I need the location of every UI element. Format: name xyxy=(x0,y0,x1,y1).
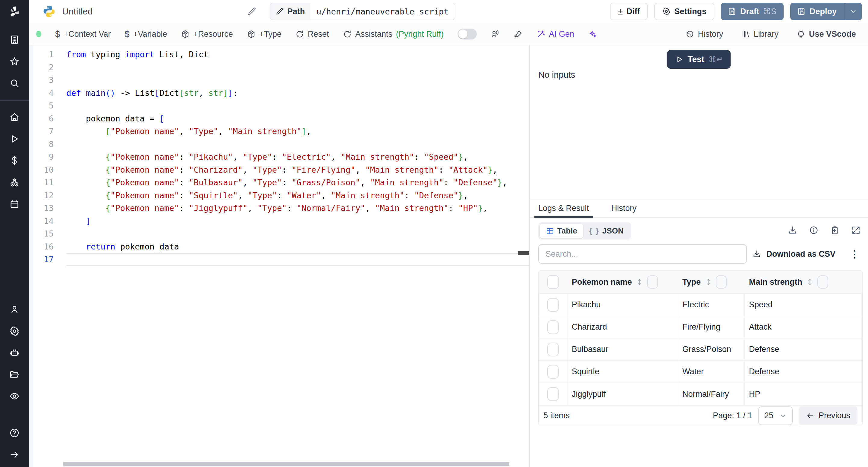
path-editor[interactable]: Path u/henri/maneuverable_script xyxy=(270,3,455,20)
diff-button[interactable]: ± Diff xyxy=(610,3,648,20)
line-number: 14 xyxy=(33,215,54,228)
table-row[interactable]: JigglypuffNormal/FairyHP xyxy=(538,383,862,405)
sort-icon[interactable] xyxy=(807,277,813,287)
resources-boxes-icon[interactable] xyxy=(9,177,20,187)
paintbrush-icon[interactable] xyxy=(514,30,523,38)
table-row[interactable]: PikachuElectricSpeed xyxy=(538,294,862,316)
multiplayer-toggle[interactable] xyxy=(458,29,477,39)
sort-icon[interactable] xyxy=(705,277,712,287)
draft-button[interactable]: Draft ⌘S xyxy=(721,3,784,20)
deploy-dropdown-button[interactable] xyxy=(844,3,862,20)
view-table-option[interactable]: Table xyxy=(540,224,583,238)
more-options-kebab-icon[interactable]: ⋮ xyxy=(849,249,860,259)
column-header-main-strength[interactable]: Main strength xyxy=(749,278,802,287)
code-lines[interactable]: from typing import List, Dictdef main() … xyxy=(62,48,529,467)
add-context-var-button[interactable]: $ +Context Var xyxy=(55,29,111,39)
code-line[interactable]: def main() -> List[Dict[str, str]]: xyxy=(66,87,529,100)
column-header-pokemon-name[interactable]: Pokemon name xyxy=(572,278,632,287)
line-number: 16 xyxy=(33,241,54,253)
expand-arrow-right-icon[interactable] xyxy=(9,449,20,460)
help-circle-icon[interactable] xyxy=(9,428,20,438)
ai-gen-button[interactable]: AI Gen xyxy=(536,30,574,39)
path-value[interactable]: u/henri/maneuverable_script xyxy=(310,3,455,20)
search-input[interactable] xyxy=(538,244,747,263)
info-icon[interactable] xyxy=(809,225,818,235)
code-line[interactable] xyxy=(66,61,529,74)
code-line[interactable]: ] xyxy=(66,215,529,228)
add-resource-button[interactable]: +Resource xyxy=(181,30,233,39)
column-options-box[interactable] xyxy=(716,275,727,289)
folder-open-icon[interactable] xyxy=(9,369,20,380)
user-icon[interactable] xyxy=(9,304,20,315)
select-all-checkbox[interactable] xyxy=(547,275,559,289)
code-line[interactable]: {"Pokemon name": "Charizard", "Type": "F… xyxy=(66,164,529,177)
assistants-button[interactable]: Assistants (Pyright Ruff) xyxy=(343,30,444,39)
row-checkbox[interactable] xyxy=(547,320,559,334)
code-line[interactable]: {"Pokemon name": "Bulbasaur", "Type": "G… xyxy=(66,176,529,189)
code-line[interactable]: {"Pokemon name": "Pikachu", "Type": "Ele… xyxy=(66,151,529,164)
row-checkbox[interactable] xyxy=(547,343,559,356)
favorites-star-icon[interactable] xyxy=(9,56,20,67)
history-button[interactable]: History xyxy=(685,30,723,39)
tab-history[interactable]: History xyxy=(611,204,637,217)
column-options-box[interactable] xyxy=(817,275,828,289)
runs-play-icon[interactable] xyxy=(9,134,20,144)
variables-dollar-icon[interactable] xyxy=(9,155,20,166)
horizontal-scrollbar[interactable] xyxy=(63,462,509,466)
row-checkbox[interactable] xyxy=(547,387,559,401)
code-line[interactable]: pokemon_data = [ xyxy=(66,113,529,125)
home-icon[interactable] xyxy=(9,112,20,122)
code-line[interactable]: ["Pokemon name", "Type", "Main strength"… xyxy=(66,125,529,138)
script-title[interactable]: Untitled xyxy=(62,6,93,17)
previous-page-button[interactable]: Previous xyxy=(799,406,858,425)
code-line[interactable] xyxy=(66,99,529,113)
column-options-box[interactable] xyxy=(647,275,658,289)
settings-button[interactable]: Settings xyxy=(654,3,714,20)
download-csv-button[interactable]: Download as CSV xyxy=(752,249,835,259)
reset-button[interactable]: Reset xyxy=(296,30,329,39)
search-icon[interactable] xyxy=(9,78,20,88)
tab-logs-result[interactable]: Logs & Result xyxy=(538,204,589,217)
workspace-building-icon[interactable] xyxy=(9,35,20,45)
row-checkbox[interactable] xyxy=(547,298,559,312)
code-line[interactable]: return pokemon_data xyxy=(66,241,529,253)
sparkles-icon[interactable] xyxy=(588,30,597,38)
robot-icon[interactable] xyxy=(9,348,20,358)
library-button[interactable]: Library xyxy=(741,30,778,39)
code-line[interactable]: from typing import List, Dict xyxy=(66,48,529,61)
eye-icon[interactable] xyxy=(9,391,20,401)
add-variable-button[interactable]: $ +Variable xyxy=(124,29,167,39)
table-row[interactable]: CharizardFire/FlyingAttack xyxy=(538,316,862,338)
deploy-button[interactable]: Deploy xyxy=(790,3,862,20)
results-tabs: Logs & Result History xyxy=(530,198,868,218)
row-checkbox[interactable] xyxy=(547,365,559,379)
page-size-select[interactable]: 25 xyxy=(758,406,793,425)
clipboard-copy-icon[interactable] xyxy=(830,225,840,235)
code-line[interactable]: {"Pokemon name": "Squirtle", "Type": "Wa… xyxy=(66,189,529,202)
table-row[interactable]: SquirtleWaterDefense xyxy=(538,361,862,383)
edit-summary-pencil-icon[interactable] xyxy=(247,7,256,16)
table-cell: Bulbasaur xyxy=(567,338,678,360)
test-button[interactable]: Test ⌘↵ xyxy=(667,50,731,69)
code-line[interactable]: {"Pokemon name": "Jigglypuff", "Type": "… xyxy=(66,202,529,215)
code-editor-pane[interactable]: 1234567891011121314151617 from typing im… xyxy=(29,45,530,467)
line-number: 13 xyxy=(33,202,54,215)
windmill-logo[interactable] xyxy=(0,0,29,23)
column-header-type[interactable]: Type xyxy=(682,278,701,287)
view-json-option[interactable]: { } JSON xyxy=(583,224,629,238)
code-line[interactable] xyxy=(66,138,529,151)
editor-margin xyxy=(29,45,33,467)
settings-gear-icon[interactable] xyxy=(9,326,20,336)
user-signal-icon[interactable] xyxy=(491,30,500,38)
code-line[interactable] xyxy=(66,74,529,87)
code-line[interactable] xyxy=(66,253,529,266)
add-type-button[interactable]: +Type xyxy=(247,30,281,39)
table-row[interactable]: BulbasaurGrass/PoisonDefense xyxy=(538,338,862,361)
code-line[interactable] xyxy=(66,227,529,241)
table-cell: Charizard xyxy=(567,316,678,338)
expand-icon[interactable] xyxy=(851,225,861,235)
sort-icon[interactable] xyxy=(636,277,643,287)
schedules-calendar-icon[interactable] xyxy=(9,199,20,209)
download-result-icon[interactable] xyxy=(788,225,798,235)
use-vscode-button[interactable]: Use VScode xyxy=(797,30,856,39)
